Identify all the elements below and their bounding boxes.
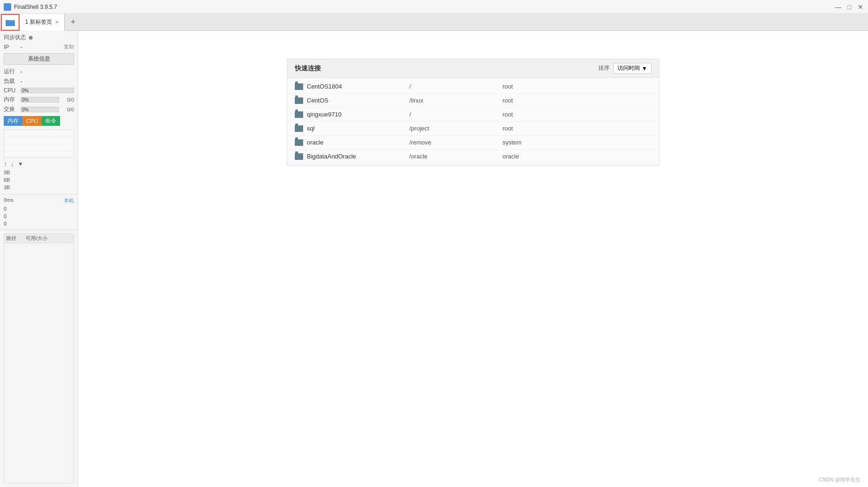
copy-button[interactable]: 复制	[64, 43, 74, 50]
connection-row[interactable]: BigdataAndOracle /oracle oracle	[287, 150, 659, 164]
tab-close-1[interactable]: ✕	[55, 20, 59, 25]
title-bar: FinalShell 3.9.5.7 — □ ✕	[0, 0, 868, 14]
cpu-progress-bar: 0%	[20, 88, 74, 93]
connection-icon	[295, 111, 303, 118]
tab-cpu-button[interactable]: CPU	[22, 116, 41, 126]
folder-button[interactable]	[1, 14, 20, 31]
mem-metric: 内存 0% 0/0	[0, 95, 78, 104]
ip-row: IP - 复制	[0, 42, 78, 51]
sort-dropdown-button[interactable]: 访问时间 ▼	[613, 63, 651, 74]
load-label: 负载	[4, 77, 19, 85]
connection-name: CentOS	[307, 97, 409, 104]
close-button[interactable]: ✕	[857, 3, 864, 11]
connection-path: /	[409, 111, 502, 118]
resource-tab-buttons: 内存 CPU 命令	[4, 116, 74, 126]
disk-section: 路径 可用/大小	[4, 233, 74, 483]
sidebar: 同步状态 IP - 复制 系统信息 运行 - 负载 - CPU	[0, 31, 78, 487]
resource-graph-svg	[4, 130, 74, 157]
resource-graph	[4, 130, 74, 158]
disk-header: 路径 可用/大小	[4, 234, 74, 243]
sort-option-label: 访问时间	[617, 64, 640, 72]
net-val2: 6B	[4, 176, 23, 184]
sort-label: 排序	[598, 64, 610, 72]
ms-values: 0 0 0	[0, 205, 78, 227]
network-left: ↑ ↓ ▼ 9B 6B 3B	[4, 160, 23, 191]
tab-mem-button[interactable]: 内存	[4, 116, 22, 126]
connection-path: /oracle	[409, 153, 502, 160]
run-value: -	[20, 69, 22, 75]
sync-status-dot	[29, 36, 33, 40]
footer-text: CSDN @韩学先生	[819, 477, 861, 482]
tab-bar: 1 新标签页 ✕ +	[0, 14, 868, 31]
footer: CSDN @韩学先生	[819, 476, 861, 483]
connection-row[interactable]: CentOS1804 / root	[287, 80, 659, 94]
connection-user: oracle	[502, 153, 519, 160]
sort-controls: 排序 访问时间 ▼	[598, 63, 651, 74]
quick-connect-title: 快速连接	[295, 64, 321, 73]
connection-list: CentOS1804 / root CentOS /linux root qin…	[287, 78, 659, 165]
swap-progress-bar: 0%	[20, 107, 59, 112]
maximize-button[interactable]: □	[846, 3, 853, 11]
quick-connect-panel: 快速连接 排序 访问时间 ▼ CentOS1804 / root	[287, 59, 659, 166]
net-val1: 9B	[4, 169, 23, 176]
net-values: 9B 6B 3B	[4, 169, 23, 191]
tab-cmd-button[interactable]: 命令	[41, 116, 60, 126]
body-wrapper: 同步状态 IP - 复制 系统信息 运行 - 负载 - CPU	[0, 31, 868, 487]
quick-connect-header: 快速连接 排序 访问时间 ▼	[287, 59, 659, 78]
sort-chevron-icon: ▼	[642, 65, 647, 72]
swap-percent: 0%	[22, 107, 28, 113]
swap-metric: 交换 0% 0/0	[0, 104, 78, 114]
sys-info-button[interactable]: 系统信息	[4, 53, 74, 65]
connection-name: oracle	[307, 139, 409, 146]
mem-label: 内存	[4, 96, 19, 103]
load-value: -	[20, 78, 22, 85]
upload-arrow-icon: ↑	[4, 160, 7, 168]
sidebar-divider-2	[0, 229, 78, 230]
app-title: FinalShell 3.9.5.7	[14, 4, 57, 10]
connection-user: root	[502, 125, 513, 132]
mem-percent: 0%	[22, 97, 28, 103]
connection-name: CentOS1804	[307, 83, 409, 90]
svg-rect-2	[6, 20, 9, 21]
mem-progress-bar: 0%	[20, 97, 59, 103]
connection-user: root	[502, 83, 513, 90]
mem-fraction: 0/0	[61, 97, 74, 103]
connection-row[interactable]: sql /project root	[287, 122, 659, 136]
local-link[interactable]: 本机	[64, 197, 74, 204]
connection-row[interactable]: CentOS /linux root	[287, 94, 659, 108]
tab-add-button[interactable]: +	[67, 16, 80, 29]
run-row: 运行 -	[0, 67, 78, 76]
ip-dash: -	[20, 44, 22, 50]
connection-icon	[295, 125, 303, 132]
disk-size-label: 可用/大小	[26, 235, 47, 242]
ms-val2: 0	[4, 213, 74, 220]
connection-icon	[295, 153, 303, 160]
tab-item-1[interactable]: 1 新标签页 ✕	[20, 14, 65, 31]
sidebar-divider-1	[0, 194, 78, 194]
ms-val3: 0	[4, 220, 74, 227]
net-val3: 3B	[4, 184, 23, 191]
connection-row[interactable]: qingxue9710 / root	[287, 108, 659, 122]
ms-stats: 0ms 本机	[0, 196, 78, 205]
svg-rect-1	[6, 21, 15, 26]
run-label: 运行	[4, 68, 19, 75]
minimize-button[interactable]: —	[834, 3, 842, 11]
app-wrapper: 1 新标签页 ✕ + 同步状态 IP - 复制 系统信息 运行 - 负载	[0, 14, 868, 487]
connection-user: root	[502, 111, 513, 118]
connection-path: /project	[409, 125, 502, 132]
connection-user: root	[502, 97, 513, 104]
connection-path: /linux	[409, 97, 502, 104]
cpu-label: CPU	[4, 87, 19, 94]
title-bar-controls: — □ ✕	[834, 3, 864, 11]
connection-icon	[295, 97, 303, 104]
sync-status-label: 同步状态	[4, 34, 26, 41]
ms-label: 0ms	[4, 197, 14, 204]
cpu-metric: CPU 0%	[0, 86, 78, 95]
cpu-percent: 0%	[22, 88, 28, 94]
app-icon	[4, 3, 11, 11]
disk-path-label: 路径	[6, 235, 16, 242]
connection-user: system	[502, 139, 522, 146]
net-arrows: ↑ ↓ ▼	[4, 160, 23, 168]
connection-row[interactable]: oracle /remove system	[287, 136, 659, 150]
tab-label-1: 1 新标签页	[25, 18, 52, 26]
